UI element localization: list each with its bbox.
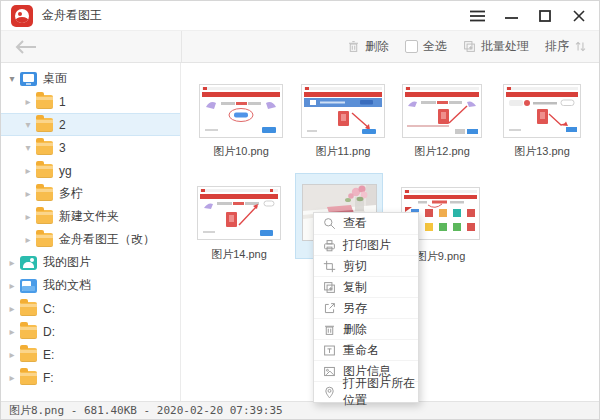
close-icon[interactable] (569, 6, 589, 26)
thumbnail-image (302, 85, 384, 137)
back-button[interactable] (15, 40, 37, 54)
delete-button[interactable]: 删除 (347, 38, 389, 55)
chevron-right-icon[interactable]: ▸ (22, 165, 34, 176)
chevron-down-icon[interactable]: ▾ (22, 119, 34, 130)
select-all-button[interactable]: 全选 (405, 38, 447, 55)
folder-icon (36, 164, 53, 178)
tree-label: 1 (59, 95, 66, 109)
chevron-right-icon[interactable]: ▸ (6, 349, 18, 360)
thumbnail-image (200, 85, 282, 137)
select-all-checkbox[interactable] (405, 40, 418, 53)
menu-item-label: 查看 (343, 215, 367, 232)
batch-process-button[interactable]: 批量处理 (463, 38, 529, 55)
context-menu-item-print[interactable]: 打印图片 (314, 234, 418, 255)
thumbnail-pic11[interactable] (301, 84, 385, 138)
sidebar-item-new-folder[interactable]: ▸ 新建文件夹 (1, 205, 180, 228)
context-menu-item-cut[interactable]: 剪切 (314, 255, 418, 276)
image-info-icon (323, 365, 336, 378)
toolbar-divider (181, 31, 182, 62)
chevron-right-icon[interactable]: ▸ (22, 211, 34, 222)
toolbar: 删除 全选 批量处理 排序 (1, 31, 599, 63)
sort-button[interactable]: 排序 (545, 38, 587, 55)
delete-label: 删除 (365, 38, 389, 55)
app-logo-dot (18, 12, 22, 16)
chevron-right-icon[interactable]: ▸ (6, 257, 18, 268)
status-bar: 图片8.png - 681.40KB - 2020-02-20 07:39:35 (1, 401, 599, 419)
tree-label: 多柠 (59, 185, 83, 202)
menu-icon[interactable] (467, 6, 487, 26)
thumbnail-pic14[interactable] (197, 186, 281, 240)
chevron-right-icon[interactable]: ▸ (22, 234, 34, 245)
folder-icon (36, 210, 53, 224)
app-logo-icon (11, 5, 33, 27)
context-menu-item-copy[interactable]: 复制 (314, 276, 418, 297)
printer-icon (323, 239, 336, 252)
menu-item-label: 重命名 (343, 342, 379, 359)
trash-icon (323, 323, 336, 336)
folder-icon (20, 302, 37, 316)
thumbnail-pic13[interactable] (503, 84, 581, 138)
sidebar-item-app-folder[interactable]: ▸ 金舟看图王（改） (1, 228, 180, 251)
chevron-right-icon[interactable]: ▸ (6, 303, 18, 314)
sidebar-item-3[interactable]: ▾ 3 (1, 136, 180, 159)
sidebar-item-drive-e[interactable]: ▸ E: (1, 343, 180, 366)
menu-item-label: 复制 (343, 279, 367, 296)
chevron-right-icon[interactable]: ▸ (22, 188, 34, 199)
cut-icon (323, 260, 336, 273)
location-icon (323, 386, 336, 399)
pictures-icon (20, 256, 37, 270)
thumbnail-pic12[interactable] (402, 84, 482, 138)
sidebar-item-drive-d[interactable]: ▸ D: (1, 320, 180, 343)
folder-icon (20, 371, 37, 385)
sidebar-item-drive-f[interactable]: ▸ F: (1, 366, 180, 389)
tree-label: 我的文档 (43, 277, 91, 294)
thumbnail-image (504, 85, 580, 137)
chevron-right-icon[interactable]: ▸ (6, 280, 18, 291)
app-title: 金舟看图王 (42, 7, 102, 24)
sidebar-item-1[interactable]: ▸ 1 (1, 90, 180, 113)
file-name: 图片10.png (199, 144, 283, 159)
tree-label: D: (43, 325, 55, 339)
save-as-icon (323, 302, 336, 315)
title-bar: 金舟看图王 (1, 1, 599, 31)
tree-label: 2 (59, 118, 66, 132)
context-menu-item-rename[interactable]: 重命名 (314, 339, 418, 360)
sidebar-item-yg[interactable]: ▸ yg (1, 159, 180, 182)
desktop-icon (20, 72, 37, 86)
menu-item-label: 另存 (343, 300, 367, 317)
chevron-right-icon[interactable]: ▸ (22, 96, 34, 107)
tree-label: yg (59, 164, 72, 178)
thumbnail-image (403, 85, 481, 137)
maximize-icon[interactable] (535, 6, 555, 26)
context-menu: 查看 打印图片 剪切 复制 另存 删除 (313, 212, 419, 403)
batch-process-label: 批量处理 (481, 38, 529, 55)
chevron-down-icon[interactable]: ▾ (22, 142, 34, 153)
chevron-down-icon[interactable]: ▾ (6, 73, 18, 84)
sidebar-item-duoning[interactable]: ▸ 多柠 (1, 182, 180, 205)
chevron-right-icon[interactable]: ▸ (6, 326, 18, 337)
sidebar-item-my-documents[interactable]: ▸ 我的文档 (1, 274, 180, 297)
context-menu-item-delete[interactable]: 删除 (314, 318, 418, 339)
status-text: 图片8.png - 681.40KB - 2020-02-20 07:39:35 (9, 403, 283, 418)
sidebar-item-my-pictures[interactable]: ▸ 我的图片 (1, 251, 180, 274)
thumbnail-image (198, 187, 280, 239)
sidebar-item-desktop[interactable]: ▾ 桌面 (1, 67, 180, 90)
chevron-right-icon[interactable]: ▸ (6, 372, 18, 383)
context-menu-item-open-location[interactable]: 打开图片所在位置 (314, 381, 418, 402)
sidebar-item-2-selected[interactable]: ▾ 2 (1, 113, 180, 136)
menu-item-label: 剪切 (343, 258, 367, 275)
folder-icon (20, 348, 37, 362)
context-menu-item-save-as[interactable]: 另存 (314, 297, 418, 318)
file-name: 图片12.png (402, 144, 482, 159)
app-logo-wave (15, 17, 29, 23)
folder-icon (36, 187, 53, 201)
window-controls (467, 6, 589, 26)
minimize-icon[interactable] (501, 6, 521, 26)
sidebar-item-drive-c[interactable]: ▸ C: (1, 297, 180, 320)
menu-item-label: 删除 (343, 321, 367, 338)
tree-label: 桌面 (43, 70, 67, 87)
tree-label: C: (43, 302, 55, 316)
thumbnail-pic10[interactable] (199, 84, 283, 138)
context-menu-item-view[interactable]: 查看 (314, 213, 418, 234)
folder-icon (36, 233, 53, 247)
